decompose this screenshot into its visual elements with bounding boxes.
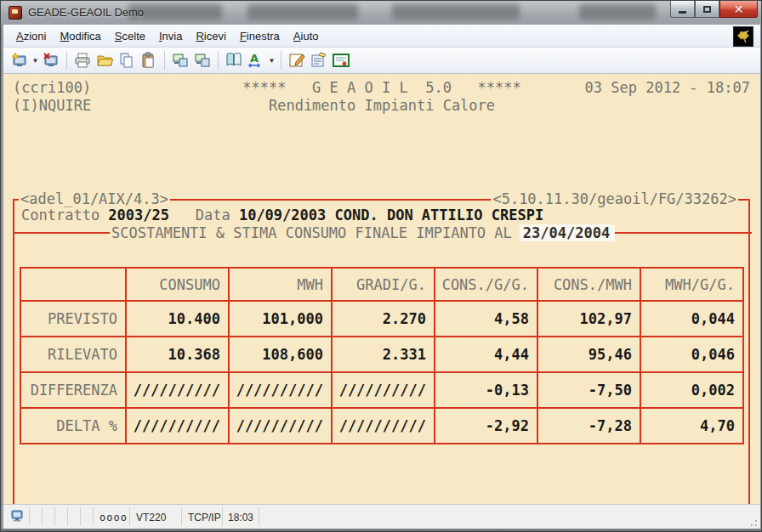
copy-icon [117,51,136,70]
titlebar-background-blur [247,4,358,20]
license-button[interactable] [330,49,352,71]
contract-date: 10/09/2003 [239,207,326,224]
address-tag: <5.10.11.30/geaoil/FG/33262> [491,190,738,207]
statusbar-separator [80,507,81,526]
titlebar-background-blur [579,4,656,20]
row-label: DELTA % [20,408,126,444]
paste-button[interactable] [138,49,160,71]
menu-finestra[interactable]: Finestra [234,27,286,45]
cell-value: ////////// [332,372,435,408]
subtitle-line: SCOSTAMENTI & STIMA CONSUMO FINALE IMPIA… [14,224,752,242]
properties-button[interactable] [308,49,330,71]
report-date-field[interactable]: 23/04/2004 [520,224,615,241]
menu-aiuto[interactable]: Aiuto [287,27,325,45]
end-session-button[interactable] [40,49,62,71]
statusbar-separator [29,507,30,526]
mode-indicator: (I)NQUIRE [13,97,91,114]
statusbar-separator [222,507,223,526]
scostamenti-table: CONSUMO MWH GRADI/G. CONS./G/G. CONS./MW… [20,267,744,444]
cell-value: ////////// [332,408,435,444]
fonts-dropdown[interactable]: ▼ [267,49,276,71]
close-button[interactable]: ✕ [719,1,758,18]
screen-title: Rendimento Impianti Calore [269,97,495,114]
print-icon [73,51,92,70]
terminal-type: VT220 [136,512,166,524]
close-icon: ✕ [734,3,744,15]
statusbar-separator [42,507,43,526]
cell-value: ////////// [229,372,332,408]
frame-line-segment [615,232,752,234]
fonts-button[interactable]: A [245,49,267,71]
table-row: DIFFERENZA ////////// ////////// ///////… [20,372,743,408]
print-button[interactable] [71,49,94,71]
new-session-button[interactable] [9,49,31,71]
terminal-screen[interactable]: (ccri100) ***** G E A O I L 5.0 ***** 03… [3,74,760,504]
cell-value: 2.270 [332,301,435,337]
fonts-icon: A [247,51,265,70]
statusbar-separator [181,507,182,526]
menu-modifica[interactable]: Modifica [54,27,106,45]
app-icon[interactable] [9,6,22,20]
edit-note-button[interactable] [286,49,308,71]
statusbar-separator [93,507,94,526]
window-title: GEADE-GEAOIL Demo [28,6,144,19]
maximize-button[interactable] [695,1,719,18]
table-row: PREVISTO 10.400 101,000 2.270 4,58 102,9… [20,301,743,337]
send-screen-button[interactable] [169,49,191,71]
row-label: DIFFERENZA [20,372,126,408]
cell-value: 0,002 [640,372,743,408]
open-button[interactable] [94,49,116,71]
cell-value: ////////// [126,408,229,444]
cell-value: 0,044 [640,301,743,337]
session-datetime: 03 Sep 2012 - 18:07 [585,79,750,96]
menu-azioni[interactable]: Azioni [10,27,52,45]
title-bar[interactable]: GEADE-GEAOIL Demo ✕ [1,1,762,25]
connection-status-icon [10,509,25,524]
contract-label: Contratto [21,207,108,224]
subtitle-text: SCOSTAMENTI & STIMA CONSUMO FINALE IMPIA… [111,224,512,241]
date-label: Data [169,207,239,224]
contract-number: 2003/25 [108,207,169,224]
toolbar-separator [66,51,67,70]
menu-scelte[interactable]: Scelte [109,27,151,45]
open-folder-icon [95,51,114,70]
address-book-button[interactable] [223,49,245,71]
new-session-icon [10,51,29,70]
send-screen-icon [171,51,190,70]
cell-value: -0,13 [435,372,537,408]
cell-value: -7,28 [537,408,640,444]
toolbar-separator [164,51,165,70]
menu-ricevi[interactable]: Ricevi [190,27,231,45]
statusbar-separator [54,507,55,526]
copy-button[interactable] [116,49,138,71]
cell-value: 4,70 [640,408,743,444]
paste-icon [139,51,158,70]
column-header: CONSUMO [126,268,229,301]
statusbar-separator [259,507,259,526]
protocol: TCP/IP [188,512,221,524]
receive-screen-button[interactable] [191,49,213,71]
end-session-icon [42,51,60,70]
menu-invia[interactable]: Invia [153,27,188,45]
address-book-icon [225,51,243,70]
titlebar-background-blur [392,4,520,20]
column-header: MWH [229,268,332,301]
edit-note-icon [287,51,306,70]
column-header: MWH/G/G. [640,268,743,301]
statusbar-separator [67,507,68,526]
contract-line: Contratto 2003/25 Data 10/09/2003 COND. … [21,207,543,224]
session-status-icon [733,26,753,47]
maximize-icon [703,6,711,13]
toolbar: ▼ [3,48,760,74]
license-icon [332,51,350,70]
minimize-button[interactable] [670,1,695,18]
cell-value: 2.331 [332,337,435,372]
column-header: CONS./MWH [537,268,640,301]
cell-value: 10.368 [126,337,229,372]
new-session-dropdown[interactable]: ▼ [31,49,40,71]
cell-value: 102,97 [537,301,640,337]
table-row: DELTA % ////////// ////////// //////////… [20,408,743,444]
resize-grip[interactable] [747,516,757,526]
properties-icon [310,51,328,70]
cell-value: 4,58 [435,301,537,337]
